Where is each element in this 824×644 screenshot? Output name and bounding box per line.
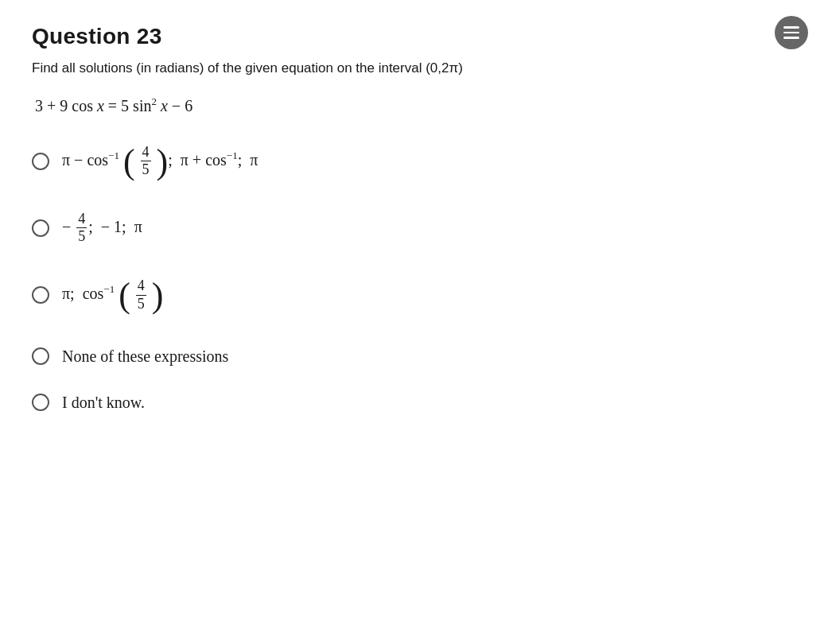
option-c: π; cos−1 ( 4 5 ) bbox=[32, 277, 792, 312]
radio-a[interactable] bbox=[32, 153, 49, 170]
option-e: I don't know. bbox=[32, 390, 792, 414]
options-list: π − cos−1 ( 4 5 ); π + cos−1; π − 4 5 ; … bbox=[32, 144, 792, 415]
radio-b[interactable] bbox=[32, 219, 49, 237]
option-d: None of these expressions bbox=[32, 344, 792, 368]
option-d-content: None of these expressions bbox=[62, 344, 228, 368]
option-b-content: − 4 5 ; − 1; π bbox=[62, 211, 142, 246]
option-a: π − cos−1 ( 4 5 ); π + cos−1; π bbox=[32, 144, 792, 179]
question-title: Question 23 bbox=[32, 24, 792, 49]
option-b: − 4 5 ; − 1; π bbox=[32, 211, 792, 246]
option-c-content: π; cos−1 ( 4 5 ) bbox=[62, 277, 163, 312]
menu-icon[interactable] bbox=[775, 16, 808, 49]
radio-c[interactable] bbox=[32, 286, 49, 304]
option-e-content: I don't know. bbox=[62, 390, 145, 414]
radio-d[interactable] bbox=[32, 347, 49, 365]
question-subtitle: Find all solutions (in radians) of the g… bbox=[32, 60, 792, 76]
radio-e[interactable] bbox=[32, 394, 49, 411]
main-equation: 3 + 9 cos x = 5 sin2 x − 6 bbox=[35, 95, 792, 115]
option-a-content: π − cos−1 ( 4 5 ); π + cos−1; π bbox=[62, 144, 258, 179]
